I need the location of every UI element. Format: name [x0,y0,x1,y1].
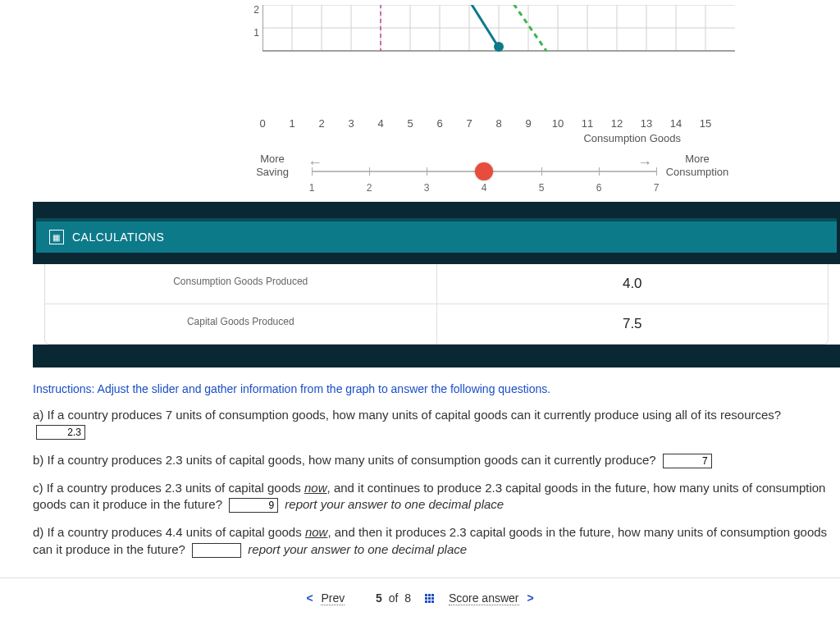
calculator-icon: ▦ [49,230,64,244]
question-d: d) If a country produces 4.4 units of ca… [33,524,832,558]
x-tick: 1 [277,117,307,130]
slider-tick-label: 4 [482,182,487,194]
question-c-note: report your answer to one decimal place [285,497,504,511]
arrow-right-icon: → [637,154,652,171]
table-row: Capital Goods Produced 7.5 [45,304,828,344]
x-tick: 4 [366,117,395,130]
answer-input-d[interactable] [192,543,241,558]
calculations-table: Consumption Goods Produced 4.0 Capital G… [44,264,829,345]
question-c-text: c) If a country produces 2.3 units of ca… [33,481,304,495]
slider-tick-label: 1 [309,182,315,194]
question-c: c) If a country produces 2.3 units of ca… [33,480,832,514]
x-tick: 14 [661,117,691,130]
y-tick: 2 [248,5,259,28]
slider-left-label: MoreSaving [248,153,297,179]
x-tick: 6 [425,117,454,130]
calc-label: Capital Goods Produced [45,304,437,344]
page-total: 8 [404,591,411,605]
slider-tick-label: 3 [424,182,430,194]
x-tick: 5 [395,117,425,130]
answer-input-b[interactable] [663,454,712,468]
prev-link[interactable]: Prev [321,591,345,605]
current-ppf [467,5,499,48]
slider-tick-label: 6 [596,182,602,194]
slider-tick-label: 2 [367,182,372,194]
x-axis-label: Consumption Goods [583,132,681,144]
interactive-panel: 2 1 0 [33,0,840,368]
answer-input-c[interactable] [229,498,278,513]
calc-label: Consumption Goods Produced [45,264,437,304]
page-of: of [386,591,402,605]
ppf-chart[interactable]: 2 1 0 [262,5,705,112]
slider-tick-label: 5 [539,182,545,194]
x-tick: 2 [307,117,336,130]
x-tick: 11 [573,117,602,130]
question-d-note: report your answer to one decimal place [248,542,467,556]
table-row: Consumption Goods Produced 4.0 [45,264,828,304]
saving-consumption-slider[interactable]: MoreSaving ← 1 2 3 4 5 6 7 → MoreConsump… [262,153,705,202]
score-answer-link[interactable]: Score answer [449,591,519,605]
arrow-left-icon: ← [308,154,322,171]
chevron-right-icon[interactable]: > [522,591,538,605]
now-underline: now [304,481,327,495]
answer-input-a[interactable] [36,425,85,440]
calc-value: 4.0 [437,264,829,304]
instructions-text: Instructions: Adjust the slider and gath… [33,382,832,395]
y-axis-ticks: 2 1 [248,5,259,51]
slider-tick-label: 7 [654,182,660,194]
graph-area: 2 1 0 [82,5,840,202]
question-b: b) If a country produces 2.3 units of ca… [33,452,832,468]
chart-svg [262,5,735,79]
x-tick: 10 [543,117,573,130]
slider-right-label: MoreConsumption [656,153,738,179]
question-d-text: d) If a country produces 4.4 units of ca… [33,525,305,539]
y-tick: 1 [248,28,259,51]
footer-nav: < Prev 5 of 8 Score answer > [0,578,840,618]
x-tick: 9 [514,117,543,130]
calc-value: 7.5 [437,304,829,344]
x-tick: 3 [336,117,366,130]
question-b-text: b) If a country produces 2.3 units of ca… [33,453,656,467]
calculations-title: CALCULATIONS [72,231,164,244]
calculations-header: ▦ CALCULATIONS [36,218,837,253]
slider-track[interactable]: 1 2 3 4 5 6 7 [312,171,656,172]
x-tick: 7 [454,117,484,130]
x-tick: 12 [602,117,632,130]
selected-point [494,42,504,52]
now-underline: now [305,525,328,539]
question-a-text: a) If a country produces 7 units of cons… [33,408,781,422]
x-tick: 13 [632,117,661,130]
grid-icon[interactable] [424,593,436,605]
x-tick: 8 [484,117,514,130]
page-current: 5 [376,591,382,605]
question-a: a) If a country produces 7 units of cons… [33,407,832,441]
x-tick: 0 [248,117,277,130]
slider-thumb[interactable] [475,162,493,180]
x-axis-ticks: 0 1 2 3 4 5 6 7 8 9 10 11 12 13 14 15 [248,117,720,130]
x-tick: 15 [691,117,720,130]
chevron-left-icon[interactable]: < [301,591,317,605]
